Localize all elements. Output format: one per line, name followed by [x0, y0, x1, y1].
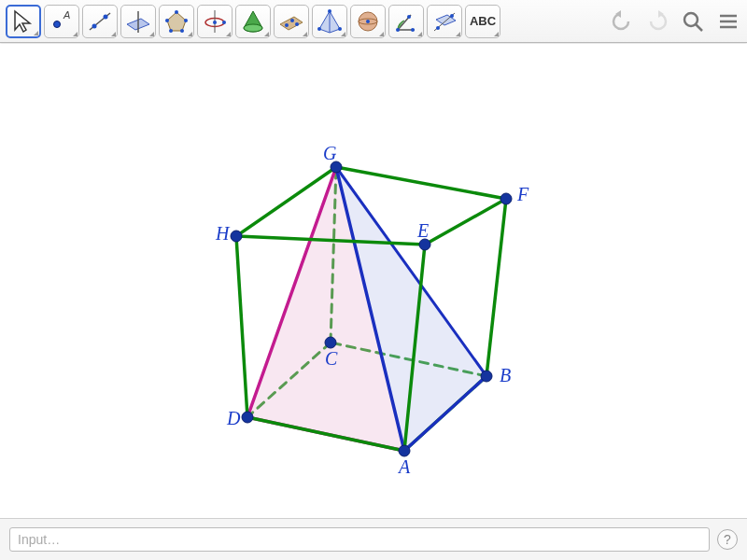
menu-button[interactable]: [715, 8, 741, 35]
svg-text:D: D: [226, 408, 241, 428]
tool-text[interactable]: ABC: [465, 5, 500, 38]
tool-plane-3pts[interactable]: [274, 5, 309, 38]
search-button[interactable]: [680, 8, 706, 35]
svg-point-16: [222, 21, 226, 24]
svg-point-30: [411, 28, 415, 32]
svg-text:A: A: [63, 9, 70, 21]
hamburger-icon: [717, 10, 740, 33]
svg-text:H: H: [215, 223, 231, 244]
tool-line[interactable]: [82, 5, 118, 38]
svg-point-19: [285, 23, 289, 27]
svg-point-21: [295, 22, 299, 26]
tool-perpendicular[interactable]: [120, 5, 156, 38]
svg-point-28: [366, 20, 370, 23]
svg-point-36: [684, 13, 698, 26]
svg-marker-18: [280, 17, 303, 30]
svg-point-3: [92, 23, 97, 28]
input-bar: ?: [0, 518, 747, 560]
svg-text:G: G: [323, 143, 337, 163]
redo-button[interactable]: [644, 8, 670, 35]
svg-point-0: [54, 21, 61, 27]
tool-circle-axis[interactable]: [197, 5, 233, 38]
svg-line-37: [696, 24, 702, 31]
svg-point-11: [169, 29, 173, 33]
svg-point-31: [407, 15, 411, 19]
undo-icon: [611, 10, 633, 33]
svg-marker-7: [167, 12, 186, 31]
svg-point-63: [481, 371, 492, 382]
svg-point-25: [338, 27, 342, 31]
svg-point-15: [213, 21, 217, 24]
svg-line-57: [336, 167, 506, 199]
tool-text-label: ABC: [470, 14, 496, 28]
svg-point-8: [175, 10, 178, 14]
svg-line-56: [425, 199, 506, 245]
svg-point-71: [500, 193, 512, 204]
svg-line-53: [486, 199, 506, 376]
redo-icon: [646, 10, 669, 33]
svg-text:C: C: [325, 348, 338, 369]
svg-point-67: [242, 412, 253, 423]
main-toolbar: A ABC: [0, 0, 747, 43]
tool-move[interactable]: [6, 5, 41, 38]
help-icon: ?: [724, 532, 731, 547]
tool-pyramid[interactable]: [312, 5, 347, 38]
search-icon: [682, 10, 704, 33]
tool-angle[interactable]: [388, 5, 424, 38]
algebra-input[interactable]: [9, 527, 710, 552]
svg-point-24: [317, 27, 321, 31]
svg-point-34: [436, 26, 440, 30]
help-button[interactable]: ?: [717, 529, 738, 550]
svg-point-61: [399, 445, 410, 456]
svg-point-35: [450, 14, 454, 18]
scene-svg: ABCDEFGH: [0, 44, 747, 518]
svg-text:A: A: [397, 456, 411, 477]
undo-button[interactable]: [609, 8, 635, 35]
tool-reflect[interactable]: [427, 5, 462, 38]
svg-text:F: F: [516, 184, 529, 204]
tool-cone[interactable]: [235, 5, 271, 38]
svg-text:B: B: [500, 365, 511, 385]
svg-line-54: [236, 236, 247, 417]
svg-point-9: [184, 19, 188, 22]
svg-point-75: [231, 231, 242, 242]
svg-point-4: [104, 14, 108, 19]
svg-point-12: [165, 19, 169, 22]
svg-point-17: [244, 24, 262, 32]
svg-point-65: [325, 337, 336, 348]
tool-sphere[interactable]: [350, 5, 386, 38]
tool-polygon[interactable]: [159, 5, 194, 38]
svg-point-10: [180, 29, 184, 33]
svg-point-20: [290, 19, 294, 22]
graphics-3d-view[interactable]: ABCDEFGH: [0, 44, 747, 518]
svg-text:E: E: [416, 220, 429, 241]
tool-point[interactable]: A: [44, 5, 79, 38]
svg-point-29: [396, 28, 400, 32]
svg-point-23: [328, 9, 331, 13]
